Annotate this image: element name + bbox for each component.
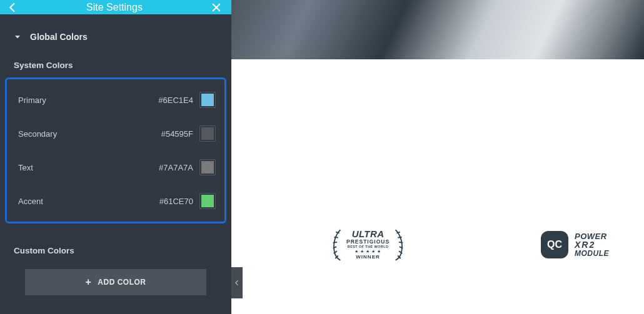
logos-row: ULTRA PRESTIGIOUS BEST OF THE WORLD ★ ★ …	[231, 226, 644, 276]
laurel-right-icon	[393, 227, 405, 262]
award-line3: BEST OF THE WORLD	[346, 245, 390, 249]
color-swatch[interactable]	[199, 159, 216, 175]
award-stars: ★ ★ ★ ★ ★	[346, 249, 390, 253]
plus-icon: +	[85, 277, 91, 288]
color-hex: #6EC1E4	[158, 96, 193, 105]
page-preview: ULTRA PRESTIGIOUS BEST OF THE WORLD ★ ★ …	[231, 0, 644, 314]
laurel-left-icon	[331, 227, 343, 262]
close-icon[interactable]	[210, 1, 223, 14]
award-badge: ULTRA PRESTIGIOUS BEST OF THE WORLD ★ ★ …	[331, 227, 405, 262]
brand-line2: XR2	[575, 240, 615, 250]
brand-badge: QC POWER XR2 MODULE	[541, 231, 615, 258]
color-swatch[interactable]	[199, 193, 216, 209]
custom-colors-heading: Custom Colors	[0, 231, 231, 258]
section-global-colors[interactable]: Global Colors	[0, 14, 231, 46]
color-swatch[interactable]	[199, 92, 216, 108]
color-row-text[interactable]: Text #7A7A7A	[11, 150, 221, 184]
color-label: Text	[18, 163, 33, 172]
settings-sidebar: Site Settings Global Colors System Color…	[0, 0, 231, 314]
add-color-label: ADD COLOR	[98, 278, 146, 287]
system-colors-heading: System Colors	[0, 46, 231, 72]
award-line2: PRESTIGIOUS	[346, 239, 390, 245]
color-row-secondary[interactable]: Secondary #54595F	[11, 117, 221, 150]
color-label: Primary	[18, 96, 46, 105]
color-hex: #61CE70	[159, 197, 193, 206]
caret-down-icon	[14, 33, 21, 41]
panel-header: Site Settings	[0, 0, 231, 14]
panel-title: Site Settings	[19, 2, 210, 13]
award-line1: ULTRA	[346, 229, 390, 238]
color-swatch[interactable]	[199, 125, 216, 142]
color-hex: #7A7A7A	[159, 163, 193, 172]
add-color-button[interactable]: + ADD COLOR	[25, 269, 206, 295]
award-winner: WINNER	[346, 255, 390, 260]
qc-badge-icon: QC	[541, 231, 568, 258]
back-icon[interactable]	[6, 1, 19, 14]
color-hex: #54595F	[161, 129, 193, 139]
system-colors-group: Primary #6EC1E4 Secondary #54595F Text #…	[5, 77, 226, 223]
brand-line1: POWER	[575, 232, 615, 241]
brand-line3: MODULE	[575, 250, 615, 258]
color-label: Secondary	[18, 129, 57, 139]
svg-marker-2	[15, 36, 20, 39]
color-label: Accent	[18, 197, 43, 206]
color-row-primary[interactable]: Primary #6EC1E4	[11, 83, 221, 117]
section-title: Global Colors	[30, 32, 88, 42]
color-row-accent[interactable]: Accent #61CE70	[11, 184, 221, 218]
hero-image	[231, 0, 644, 59]
